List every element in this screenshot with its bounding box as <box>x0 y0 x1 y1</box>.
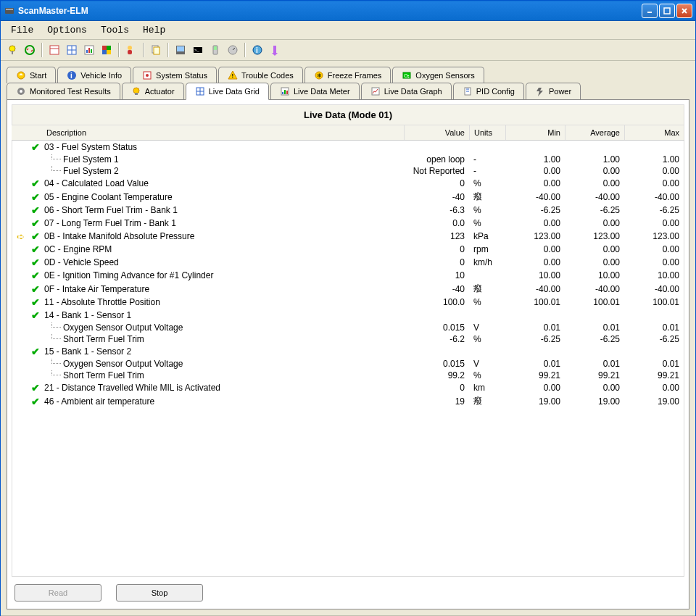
row-value: -40 <box>404 192 469 202</box>
menu-tools[interactable]: Tools <box>95 23 135 37</box>
row-description: 0F - Intake Air Temperature <box>43 284 404 294</box>
tab-sysstat[interactable]: System Status <box>133 67 217 83</box>
tb-icon-1[interactable] <box>5 43 20 57</box>
data-row[interactable]: ✔0E - Ignition Timing Advance for #1 Cyl… <box>12 269 684 282</box>
tb-icon-13[interactable]: i <box>250 43 265 57</box>
tab-graph[interactable]: Live Data Graph <box>361 83 452 99</box>
button-row: Read Stop <box>12 577 684 604</box>
stop-button[interactable]: Stop <box>116 584 203 602</box>
col-average[interactable]: Average <box>566 125 625 140</box>
row-min: 0.00 <box>505 218 565 228</box>
svg-point-48 <box>20 90 22 93</box>
maximize-button[interactable] <box>659 4 675 18</box>
menu-options[interactable]: Options <box>41 23 93 37</box>
data-row[interactable]: ✔0C - Engine RPM0rpm0.000.000.00 <box>12 243 684 256</box>
menu-file[interactable]: File <box>5 23 39 37</box>
data-row[interactable]: ✔46 - Ambient air temperature19癈19.0019.… <box>12 394 684 408</box>
data-row[interactable]: ✔06 - Short Term Fuel Trim - Bank 1-6.3%… <box>12 204 684 217</box>
data-row[interactable]: Fuel System 1open loop-1.001.001.00 <box>12 154 684 165</box>
svg-rect-19 <box>107 46 111 50</box>
tb-icon-12[interactable] <box>225 43 240 57</box>
tab-actuator[interactable]: Actuator <box>122 83 184 99</box>
svg-point-49 <box>133 88 139 93</box>
row-value: 99.2 <box>404 370 469 380</box>
tab-grid[interactable]: Live Data Grid <box>186 83 269 100</box>
row-min: 0.00 <box>505 244 565 254</box>
tb-icon-14[interactable] <box>268 43 282 57</box>
row-description: Short Term Fuel Trim <box>43 370 404 380</box>
data-row[interactable]: ✔21 - Distance Travelled While MIL is Ac… <box>12 381 684 394</box>
data-row[interactable]: ✔03 - Fuel System Status <box>12 141 684 154</box>
tb-icon-5[interactable] <box>82 43 96 57</box>
row-min: 19.00 <box>505 396 565 407</box>
row-check-icon: ✔ <box>28 257 43 268</box>
close-button[interactable] <box>676 4 692 18</box>
grid-body[interactable]: ✔03 - Fuel System StatusFuel System 1ope… <box>12 141 684 577</box>
tab-power[interactable]: Power <box>526 83 581 99</box>
svg-rect-16 <box>88 48 90 53</box>
svg-rect-23 <box>128 50 132 54</box>
tab-oxygen[interactable]: O₂Oxygen Sensors <box>392 67 484 83</box>
app-icon <box>4 5 15 17</box>
tab-vehicle[interactable]: iVehicle Info <box>57 67 131 83</box>
tb-icon-8[interactable] <box>149 43 163 57</box>
row-description: 15 - Bank 1 - Sensor 2 <box>43 346 404 357</box>
row-unit: % <box>469 218 505 228</box>
row-avg: 10.00 <box>565 270 624 280</box>
data-row[interactable]: ✔15 - Bank 1 - Sensor 2 <box>12 345 684 358</box>
row-value: 0 <box>404 383 469 393</box>
read-button[interactable]: Read <box>14 584 102 602</box>
data-row[interactable]: Short Term Fuel Trim-6.2%-6.25-6.25-6.25 <box>12 333 684 345</box>
tb-icon-6[interactable] <box>99 43 114 57</box>
tb-icon-9[interactable] <box>173 43 188 57</box>
col-units[interactable]: Units <box>470 125 506 140</box>
tb-icon-11[interactable] <box>208 43 223 57</box>
data-row[interactable]: Oxygen Sensor Output Voltage0.015V0.010.… <box>12 322 684 333</box>
col-min[interactable]: Min <box>506 125 566 140</box>
tb-icon-7[interactable] <box>124 43 138 57</box>
data-row[interactable]: ✔07 - Long Term Fuel Trim - Bank 10.0%0.… <box>12 217 684 230</box>
tab-trouble[interactable]: !Trouble Codes <box>218 67 303 83</box>
row-avg: 100.01 <box>565 297 624 307</box>
row-unit: kPa <box>469 231 505 241</box>
minimize-button[interactable] <box>642 4 658 18</box>
row-unit: 癈 <box>469 395 505 407</box>
data-row[interactable]: Oxygen Sensor Output Voltage0.015V0.010.… <box>12 358 684 370</box>
row-description: 46 - Ambient air temperature <box>43 396 404 407</box>
row-max: 19.00 <box>624 396 684 407</box>
row-max: 0.00 <box>624 257 684 267</box>
tab-freeze[interactable]: ❄Freeze Frames <box>304 67 392 83</box>
row-avg: 0.00 <box>565 166 624 176</box>
tb-icon-2[interactable] <box>22 43 37 57</box>
col-description[interactable]: Description <box>42 125 405 140</box>
data-row[interactable]: ✔0F - Intake Air Temperature-40癈-40.00-4… <box>12 282 684 296</box>
col-max[interactable]: Max <box>625 125 684 140</box>
row-check-icon: ✔ <box>28 296 43 308</box>
data-row[interactable]: ✔05 - Engine Coolant Temperature-40癈-40.… <box>12 190 684 204</box>
data-row[interactable]: ➪✔0B - Intake Manifold Absolute Pressure… <box>12 230 684 243</box>
menu-help[interactable]: Help <box>137 23 171 37</box>
tb-icon-3[interactable] <box>47 43 62 57</box>
row-check-icon: ✔ <box>28 346 43 357</box>
row-max: 0.00 <box>624 218 684 228</box>
tab-pid[interactable]: PID Config <box>453 83 524 99</box>
data-row[interactable]: ✔04 - Calculated Load Value0%0.000.000.0… <box>12 177 684 190</box>
tab-monitored[interactable]: Monitored Test Results <box>7 83 120 99</box>
tab-meter[interactable]: Live Data Meter <box>270 83 360 99</box>
row-avg: 0.00 <box>565 244 624 254</box>
tab-start[interactable]: Start <box>7 67 56 83</box>
tb-icon-10[interactable]: >_ <box>191 43 205 57</box>
row-check-icon: ✔ <box>28 204 43 216</box>
data-row[interactable]: ✔14 - Bank 1 - Sensor 1 <box>12 309 684 322</box>
tb-icon-4[interactable] <box>65 43 79 57</box>
row-value: 0 <box>404 257 469 267</box>
data-row[interactable]: Short Term Fuel Trim99.2%99.2199.2199.21 <box>12 370 684 381</box>
titlebar[interactable]: ScanMaster-ELM <box>1 1 695 21</box>
row-check-icon: ✔ <box>28 270 43 281</box>
row-value: 123 <box>404 231 469 241</box>
col-value[interactable]: Value <box>405 125 470 140</box>
data-row[interactable]: ✔0D - Vehicle Speed0km/h0.000.000.00 <box>12 256 684 269</box>
data-row[interactable]: ✔11 - Absolute Throttle Position100.0%10… <box>12 296 684 309</box>
row-max: 99.21 <box>624 370 684 380</box>
data-row[interactable]: Fuel System 2Not Reported-0.000.000.00 <box>12 165 684 177</box>
